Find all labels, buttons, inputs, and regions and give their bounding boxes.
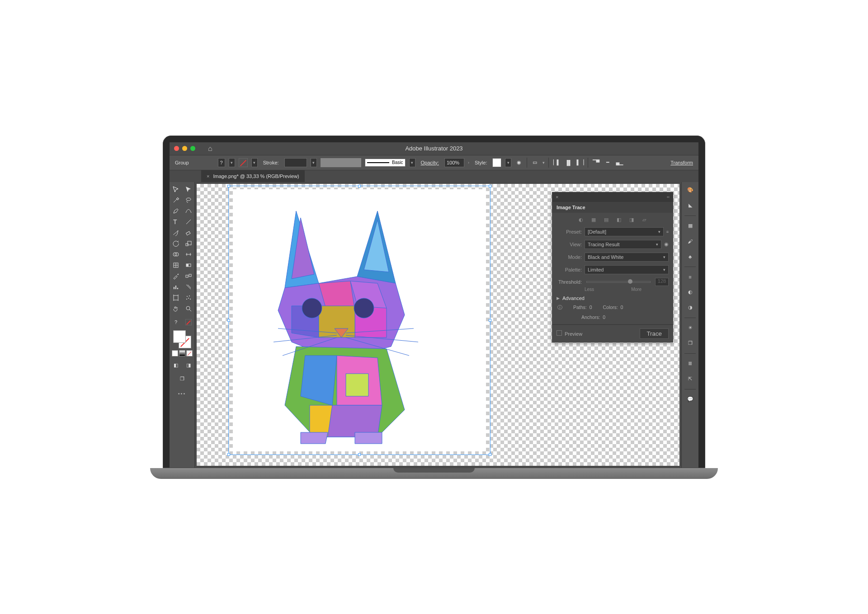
- column-graph-tool[interactable]: [170, 281, 182, 292]
- panel-collapse-icon[interactable]: ‹‹: [667, 195, 670, 199]
- symbols-panel-icon[interactable]: ♣: [685, 251, 696, 262]
- eraser-tool[interactable]: [182, 227, 195, 238]
- mesh-tool[interactable]: [170, 260, 182, 271]
- color-panel-icon[interactable]: 🎨: [685, 185, 696, 196]
- graphic-style-swatch[interactable]: [492, 158, 501, 167]
- align-vcenter-icon[interactable]: ━: [604, 159, 612, 167]
- palette-dropdown[interactable]: Limited▾: [585, 265, 669, 274]
- preset-auto-color-icon[interactable]: ◐: [577, 216, 585, 224]
- fill-color-box[interactable]: ?: [218, 158, 225, 167]
- home-icon[interactable]: ⌂: [208, 145, 212, 153]
- artboard-tool[interactable]: [170, 292, 182, 303]
- width-tool[interactable]: [182, 249, 195, 260]
- preset-low-color-icon[interactable]: ▤: [602, 216, 610, 224]
- svg-line-2: [186, 220, 191, 224]
- comments-panel-icon[interactable]: 💬: [685, 394, 696, 405]
- gradient-panel-icon[interactable]: ◐: [685, 287, 696, 298]
- close-tab-icon[interactable]: ×: [207, 173, 209, 179]
- no-color-icon[interactable]: [182, 317, 195, 328]
- swatches-panel-icon[interactable]: ▦: [685, 220, 696, 231]
- direct-selection-tool[interactable]: [182, 184, 195, 195]
- preset-dropdown[interactable]: [Default]▾: [585, 227, 664, 236]
- opacity-chevron[interactable]: ›: [468, 160, 469, 165]
- blend-tool[interactable]: [182, 271, 195, 281]
- appearance-panel-icon[interactable]: ☀: [685, 323, 696, 333]
- svg-point-18: [189, 295, 190, 296]
- view-dropdown[interactable]: Tracing Result▾: [585, 240, 661, 249]
- preview-checkbox[interactable]: Preview: [557, 330, 582, 337]
- advanced-toggle[interactable]: ▶ Advanced: [557, 295, 669, 301]
- trace-button[interactable]: Trace: [640, 328, 669, 339]
- color-guide-panel-icon[interactable]: ◣: [685, 200, 696, 211]
- align-to-icon[interactable]: ▭: [531, 159, 539, 167]
- graphic-styles-panel-icon[interactable]: ❐: [685, 338, 696, 349]
- preset-menu-icon[interactable]: ≡: [666, 230, 669, 234]
- slice-tool[interactable]: [182, 281, 195, 292]
- fill-dropdown[interactable]: ▾: [229, 158, 235, 167]
- align-top-icon[interactable]: ▔▀: [592, 159, 600, 167]
- symbol-sprayer-tool[interactable]: [182, 292, 195, 303]
- recolor-icon[interactable]: ◉: [515, 159, 523, 167]
- brushes-panel-icon[interactable]: 🖌: [685, 236, 696, 247]
- draw-behind-icon[interactable]: ◨: [182, 360, 195, 371]
- rotate-tool[interactable]: [170, 238, 182, 249]
- color-mode-gradient[interactable]: [179, 350, 185, 356]
- curvature-tool[interactable]: [182, 206, 195, 216]
- unknown-tool[interactable]: ?: [170, 317, 182, 328]
- minimize-window-icon[interactable]: [182, 146, 187, 151]
- type-tool[interactable]: T: [170, 216, 182, 227]
- brush-definition-dropdown[interactable]: Basic: [365, 159, 406, 167]
- preset-outline-icon[interactable]: ▱: [640, 216, 648, 224]
- preset-black-white-icon[interactable]: ◨: [627, 216, 636, 224]
- color-mode-none[interactable]: [186, 350, 193, 356]
- style-dropdown[interactable]: ▾: [505, 158, 511, 167]
- edit-toolbar-icon[interactable]: •••: [170, 391, 194, 396]
- gradient-tool[interactable]: [182, 260, 195, 271]
- stroke-panel-icon[interactable]: ≡: [685, 272, 696, 282]
- align-bottom-icon[interactable]: ▄▁: [615, 159, 623, 167]
- stroke-profile-dropdown[interactable]: ▾: [311, 158, 317, 167]
- transparency-panel-icon[interactable]: ◑: [685, 302, 696, 313]
- draw-normal-icon[interactable]: ◧: [170, 360, 182, 371]
- mode-dropdown[interactable]: Black and White▾: [585, 253, 669, 262]
- selection-bounds[interactable]: [228, 186, 491, 455]
- asset-export-panel-icon[interactable]: ⇱: [685, 374, 696, 384]
- screen-mode-icon[interactable]: ❐: [176, 374, 189, 384]
- view-toggle-icon[interactable]: ◉: [664, 241, 669, 247]
- paintbrush-tool[interactable]: [170, 227, 182, 238]
- stroke-dropdown[interactable]: ▾: [251, 158, 258, 167]
- zoom-tool[interactable]: [182, 303, 195, 314]
- magic-wand-tool[interactable]: [170, 195, 182, 206]
- preset-high-color-icon[interactable]: ▦: [590, 216, 598, 224]
- fill-swatch[interactable]: [173, 330, 186, 343]
- close-window-icon[interactable]: [174, 146, 179, 151]
- document-tab[interactable]: × Image.png* @ 33,33 % (RGB/Preview): [201, 170, 305, 182]
- scale-tool[interactable]: [182, 238, 195, 249]
- fill-stroke-swatches[interactable]: [173, 330, 191, 348]
- align-hcenter-icon[interactable]: ▐▌: [564, 159, 572, 167]
- color-mode-solid[interactable]: [172, 350, 178, 356]
- variable-width-dropdown[interactable]: [321, 158, 361, 167]
- preset-grayscale-icon[interactable]: ◧: [615, 216, 623, 224]
- line-segment-tool[interactable]: [182, 216, 195, 227]
- stroke-weight-input[interactable]: [284, 158, 307, 167]
- opacity-input[interactable]: 100%: [444, 158, 464, 167]
- brush-dropdown-chevron[interactable]: ▾: [409, 158, 415, 167]
- stroke-color-swatch[interactable]: [239, 158, 248, 167]
- layers-panel-icon[interactable]: ≣: [685, 358, 696, 369]
- lasso-tool[interactable]: [182, 195, 195, 206]
- shape-builder-tool[interactable]: [170, 249, 182, 260]
- eyedropper-tool[interactable]: [170, 271, 182, 281]
- threshold-value[interactable]: 128: [655, 278, 669, 286]
- opacity-label[interactable]: Opacity:: [419, 160, 441, 165]
- threshold-slider[interactable]: [586, 281, 651, 283]
- transform-link[interactable]: Transform: [669, 160, 695, 165]
- panel-close-icon[interactable]: ×: [556, 194, 558, 200]
- pen-tool[interactable]: [170, 206, 182, 216]
- align-left-icon[interactable]: ▏▌: [552, 159, 561, 167]
- selection-tool[interactable]: [170, 184, 182, 195]
- maximize-window-icon[interactable]: [190, 146, 195, 151]
- canvas-area[interactable]: × ‹‹ Image Trace ◐ ▦ ▤ ◧ ◨ ▱: [197, 184, 679, 466]
- align-right-icon[interactable]: ▌▕: [576, 159, 584, 167]
- hand-tool[interactable]: [170, 303, 182, 314]
